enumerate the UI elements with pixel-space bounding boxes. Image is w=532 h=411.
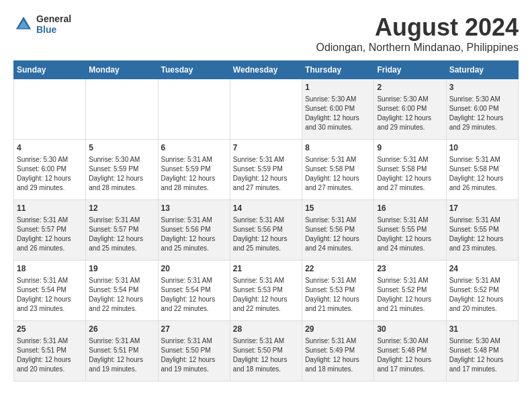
day-number: 10 — [449, 142, 515, 154]
day-number: 31 — [449, 324, 515, 335]
day-number: 9 — [377, 142, 443, 154]
day-info: Sunrise: 5:31 AM Sunset: 5:50 PM Dayligh… — [233, 336, 299, 374]
day-cell-1-0: 4Sunrise: 5:30 AM Sunset: 6:00 PM Daylig… — [14, 140, 86, 200]
day-cell-4-6: 31Sunrise: 5:30 AM Sunset: 5:48 PM Dayli… — [446, 321, 518, 381]
day-number: 19 — [89, 263, 154, 275]
day-number: 6 — [161, 142, 227, 154]
day-info: Sunrise: 5:31 AM Sunset: 5:58 PM Dayligh… — [449, 155, 515, 193]
week-row-1: 1Sunrise: 5:30 AM Sunset: 6:00 PM Daylig… — [14, 79, 519, 140]
day-info: Sunrise: 5:30 AM Sunset: 6:00 PM Dayligh… — [17, 155, 83, 193]
day-cell-1-1: 5Sunrise: 5:30 AM Sunset: 5:59 PM Daylig… — [86, 140, 158, 200]
day-cell-2-5: 16Sunrise: 5:31 AM Sunset: 5:55 PM Dayli… — [374, 200, 446, 261]
day-number: 4 — [17, 142, 83, 154]
day-cell-0-3 — [230, 79, 302, 140]
day-cell-2-4: 15Sunrise: 5:31 AM Sunset: 5:56 PM Dayli… — [302, 200, 374, 261]
week-row-3: 11Sunrise: 5:31 AM Sunset: 5:57 PM Dayli… — [14, 200, 519, 261]
calendar-header: Sunday Monday Tuesday Wednesday Thursday… — [14, 61, 519, 79]
day-number: 5 — [89, 142, 154, 154]
day-number: 3 — [449, 82, 515, 93]
day-info: Sunrise: 5:30 AM Sunset: 6:00 PM Dayligh… — [305, 95, 371, 132]
week-row-2: 4Sunrise: 5:30 AM Sunset: 6:00 PM Daylig… — [14, 140, 519, 200]
week-row-5: 25Sunrise: 5:31 AM Sunset: 5:51 PM Dayli… — [14, 321, 519, 381]
day-number: 11 — [17, 203, 83, 214]
day-cell-2-1: 12Sunrise: 5:31 AM Sunset: 5:57 PM Dayli… — [86, 200, 158, 261]
day-cell-1-4: 8Sunrise: 5:31 AM Sunset: 5:58 PM Daylig… — [302, 140, 374, 200]
day-info: Sunrise: 5:31 AM Sunset: 5:50 PM Dayligh… — [161, 336, 227, 374]
day-number: 29 — [305, 324, 371, 335]
day-number: 21 — [233, 263, 299, 275]
day-info: Sunrise: 5:31 AM Sunset: 5:51 PM Dayligh… — [17, 336, 83, 374]
week-row-4: 18Sunrise: 5:31 AM Sunset: 5:54 PM Dayli… — [14, 261, 519, 321]
day-info: Sunrise: 5:31 AM Sunset: 5:55 PM Dayligh… — [377, 216, 443, 253]
day-number: 27 — [161, 324, 227, 335]
day-number: 23 — [377, 263, 443, 275]
day-info: Sunrise: 5:31 AM Sunset: 5:55 PM Dayligh… — [449, 216, 515, 253]
header-row: Sunday Monday Tuesday Wednesday Thursday… — [14, 61, 519, 79]
day-cell-1-5: 9Sunrise: 5:31 AM Sunset: 5:58 PM Daylig… — [374, 140, 446, 200]
logo-blue: Blue — [36, 24, 71, 35]
day-cell-4-1: 26Sunrise: 5:31 AM Sunset: 5:51 PM Dayli… — [86, 321, 158, 381]
day-number: 14 — [233, 203, 299, 214]
day-cell-3-4: 22Sunrise: 5:31 AM Sunset: 5:53 PM Dayli… — [302, 261, 374, 321]
day-number: 1 — [305, 82, 371, 93]
header-friday: Friday — [374, 61, 446, 79]
day-info: Sunrise: 5:31 AM Sunset: 5:53 PM Dayligh… — [233, 276, 299, 314]
day-cell-4-3: 28Sunrise: 5:31 AM Sunset: 5:50 PM Dayli… — [230, 321, 302, 381]
header-thursday: Thursday — [302, 61, 374, 79]
day-info: Sunrise: 5:31 AM Sunset: 5:59 PM Dayligh… — [233, 155, 299, 193]
day-cell-3-3: 21Sunrise: 5:31 AM Sunset: 5:53 PM Dayli… — [230, 261, 302, 321]
header-saturday: Saturday — [446, 61, 518, 79]
day-cell-0-4: 1Sunrise: 5:30 AM Sunset: 6:00 PM Daylig… — [302, 79, 374, 140]
header-monday: Monday — [86, 61, 158, 79]
day-cell-3-2: 20Sunrise: 5:31 AM Sunset: 5:54 PM Dayli… — [158, 261, 230, 321]
day-cell-3-6: 24Sunrise: 5:31 AM Sunset: 5:52 PM Dayli… — [446, 261, 518, 321]
day-info: Sunrise: 5:31 AM Sunset: 5:53 PM Dayligh… — [305, 276, 371, 314]
day-number: 17 — [449, 203, 515, 214]
header-wednesday: Wednesday — [230, 61, 302, 79]
header-sunday: Sunday — [14, 61, 86, 79]
day-number: 25 — [17, 324, 83, 335]
day-cell-3-0: 18Sunrise: 5:31 AM Sunset: 5:54 PM Dayli… — [14, 261, 86, 321]
day-info: Sunrise: 5:31 AM Sunset: 5:56 PM Dayligh… — [233, 216, 299, 253]
main-title: August 2024 — [316, 13, 519, 42]
day-number: 7 — [233, 142, 299, 154]
day-number: 30 — [377, 324, 443, 335]
day-cell-4-0: 25Sunrise: 5:31 AM Sunset: 5:51 PM Dayli… — [14, 321, 86, 381]
day-cell-2-0: 11Sunrise: 5:31 AM Sunset: 5:57 PM Dayli… — [14, 200, 86, 261]
day-number: 16 — [377, 203, 443, 214]
day-info: Sunrise: 5:31 AM Sunset: 5:52 PM Dayligh… — [377, 276, 443, 314]
day-cell-2-6: 17Sunrise: 5:31 AM Sunset: 5:55 PM Dayli… — [446, 200, 518, 261]
day-cell-4-5: 30Sunrise: 5:30 AM Sunset: 5:48 PM Dayli… — [374, 321, 446, 381]
day-info: Sunrise: 5:31 AM Sunset: 5:56 PM Dayligh… — [305, 216, 371, 253]
day-cell-0-6: 3Sunrise: 5:30 AM Sunset: 6:00 PM Daylig… — [446, 79, 518, 140]
day-cell-2-3: 14Sunrise: 5:31 AM Sunset: 5:56 PM Dayli… — [230, 200, 302, 261]
day-cell-0-5: 2Sunrise: 5:30 AM Sunset: 6:00 PM Daylig… — [374, 79, 446, 140]
day-number: 8 — [305, 142, 371, 154]
day-number: 2 — [377, 82, 443, 93]
day-number: 13 — [161, 203, 227, 214]
page-header: General Blue August 2024 Odiongan, North… — [13, 13, 519, 54]
day-info: Sunrise: 5:31 AM Sunset: 5:57 PM Dayligh… — [17, 216, 83, 253]
day-cell-0-1 — [86, 79, 158, 140]
logo-icon — [13, 14, 34, 34]
logo: General Blue — [13, 13, 71, 35]
day-info: Sunrise: 5:30 AM Sunset: 5:48 PM Dayligh… — [377, 336, 443, 374]
day-info: Sunrise: 5:30 AM Sunset: 5:48 PM Dayligh… — [449, 336, 515, 374]
day-cell-4-2: 27Sunrise: 5:31 AM Sunset: 5:50 PM Dayli… — [158, 321, 230, 381]
day-number: 22 — [305, 263, 371, 275]
day-number: 15 — [305, 203, 371, 214]
day-cell-1-2: 6Sunrise: 5:31 AM Sunset: 5:59 PM Daylig… — [158, 140, 230, 200]
day-cell-3-1: 19Sunrise: 5:31 AM Sunset: 5:54 PM Dayli… — [86, 261, 158, 321]
logo-text: General Blue — [36, 13, 71, 35]
calendar-table: Sunday Monday Tuesday Wednesday Thursday… — [13, 60, 519, 381]
day-cell-0-2 — [158, 79, 230, 140]
logo-general: General — [36, 13, 71, 24]
day-info: Sunrise: 5:31 AM Sunset: 5:59 PM Dayligh… — [161, 155, 227, 193]
day-info: Sunrise: 5:30 AM Sunset: 6:00 PM Dayligh… — [449, 95, 515, 132]
day-info: Sunrise: 5:30 AM Sunset: 5:59 PM Dayligh… — [89, 155, 154, 193]
day-info: Sunrise: 5:30 AM Sunset: 6:00 PM Dayligh… — [377, 95, 443, 132]
day-number: 20 — [161, 263, 227, 275]
subtitle: Odiongan, Northern Mindanao, Philippines — [316, 42, 519, 54]
day-cell-4-4: 29Sunrise: 5:31 AM Sunset: 5:49 PM Dayli… — [302, 321, 374, 381]
day-number: 26 — [89, 324, 154, 335]
